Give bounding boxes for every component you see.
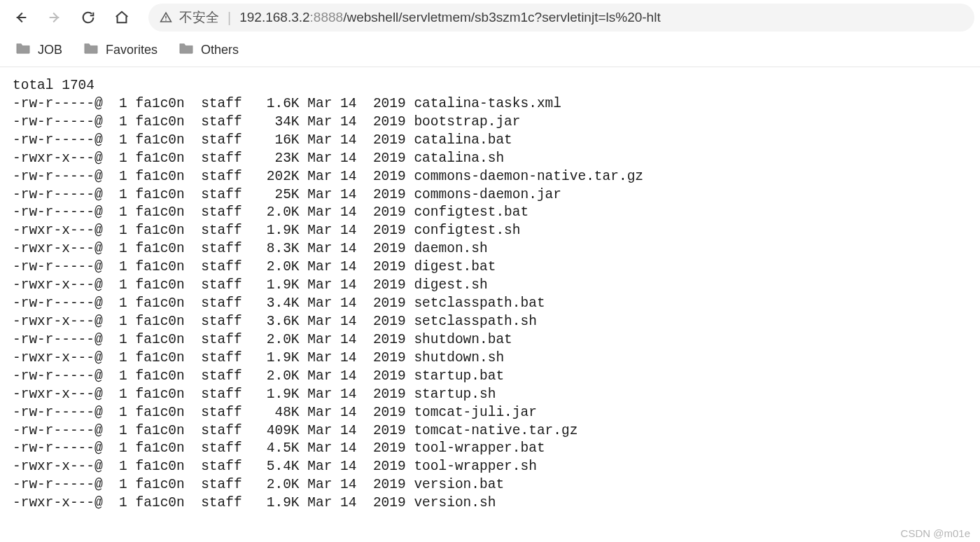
watermark: CSDN @m01e: [901, 527, 970, 539]
not-secure-icon: [160, 11, 172, 24]
url-port: :8888: [310, 10, 344, 25]
bookmark-label: Others: [201, 43, 239, 57]
security-label: 不安全: [179, 8, 219, 27]
bookmarks-bar: JOB Favorites Others: [0, 35, 980, 67]
page-content: total 1704 -rw-r-----@ 1 fa1c0n staff 1.…: [0, 67, 980, 513]
url-text: 192.168.3.2:8888/webshell/servletmem/sb3…: [239, 10, 660, 25]
home-button[interactable]: [106, 4, 137, 32]
folder-icon: [178, 41, 194, 59]
arrow-right-icon: [47, 10, 62, 25]
bookmark-label: JOB: [38, 43, 62, 57]
back-button[interactable]: [6, 4, 36, 32]
arrow-left-icon: [13, 10, 29, 25]
home-icon: [114, 10, 130, 25]
address-bar[interactable]: 不安全 | 192.168.3.2:8888/webshell/servletm…: [148, 4, 974, 32]
url-path: /webshell/servletmem/sb3szm1c?servletinj…: [343, 10, 661, 25]
reload-button[interactable]: [73, 4, 104, 32]
bookmark-folder-job[interactable]: JOB: [15, 41, 62, 59]
folder-icon: [83, 41, 99, 59]
bookmark-label: Favorites: [106, 43, 158, 57]
folder-icon: [15, 41, 31, 59]
divider: |: [227, 10, 231, 26]
reload-icon: [80, 10, 96, 25]
bookmark-folder-favorites[interactable]: Favorites: [83, 41, 158, 59]
browser-toolbar: 不安全 | 192.168.3.2:8888/webshell/servletm…: [0, 0, 980, 35]
bookmark-folder-others[interactable]: Others: [178, 41, 239, 59]
url-host: 192.168.3.2: [239, 10, 309, 25]
svg-point-1: [165, 20, 167, 21]
forward-button[interactable]: [39, 4, 70, 32]
